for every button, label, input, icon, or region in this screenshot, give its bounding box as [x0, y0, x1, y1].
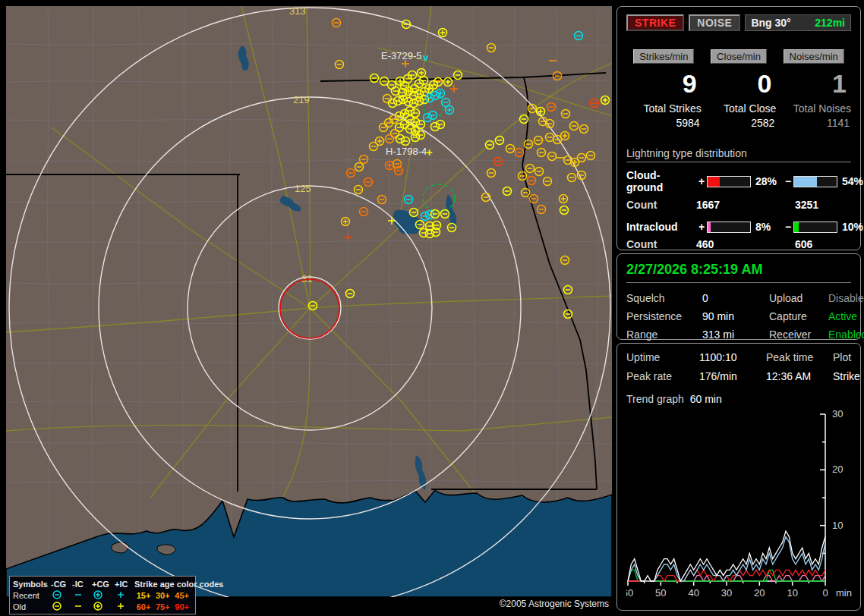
total-strikes-value: 5984: [676, 117, 702, 129]
squelch-label: Squelch: [626, 292, 702, 304]
trend-panel: Uptime 1100:10 Peak time Plot Peak rate …: [616, 343, 861, 611]
noises-column: Noises/min 1 Total Noises 1141: [776, 49, 851, 129]
trend-chart: 1020306050403020100min: [626, 408, 853, 604]
range-label: Range: [626, 328, 702, 341]
squelch-value: 0: [702, 292, 769, 304]
intracloud-label: Intracloud: [626, 221, 696, 233]
strikes-per-min-chip: Strikes/min: [633, 49, 694, 64]
bearing-distance: 212mi: [815, 17, 845, 29]
svg-text:60: 60: [626, 587, 633, 599]
legend-col-pic: +IC: [115, 580, 134, 589]
cg-plus-sign: +: [696, 175, 707, 187]
svg-text:0: 0: [822, 587, 828, 599]
uptime-label: Uptime: [626, 351, 699, 363]
svg-text:20: 20: [754, 587, 765, 599]
close-per-min-chip: Close/min: [711, 49, 767, 64]
strikes-column: Strikes/min 9 Total Strikes 5984: [626, 49, 702, 129]
legend-col-nic: -IC: [72, 580, 92, 589]
cg-plus-count: 1667: [696, 199, 795, 211]
total-strikes-label: Total Strikes: [643, 102, 701, 115]
cg-minus-sign: −: [783, 175, 793, 187]
total-noises-value: 1141: [827, 117, 851, 129]
status-panel: 2/27/2026 8:25:19 AM Squelch 0 Upload Di…: [616, 253, 861, 340]
svg-text:40: 40: [688, 587, 698, 599]
peak-time-label: Peak time: [766, 351, 833, 363]
cg-count-label: Count: [626, 199, 696, 211]
strikes-per-min-value: 9: [683, 70, 697, 98]
ring-label-313: 313: [289, 6, 306, 17]
cg-plus-bar: [707, 176, 751, 187]
ic-minus-pct: 10%: [837, 221, 864, 233]
noise-button[interactable]: NOISE: [689, 14, 740, 31]
noises-per-min-value: 1: [832, 70, 847, 98]
ic-plus-bar: [707, 222, 751, 233]
svg-text:min: min: [836, 587, 852, 599]
peak-rate-label: Peak rate: [626, 370, 699, 382]
peak-rate-value: 176/min: [699, 370, 766, 382]
ic-count-label: Count: [626, 238, 696, 250]
datetime-display: 2/27/2026 8:25:19 AM: [626, 262, 851, 283]
copyright: ©2005 Astrogenic Systems: [6, 599, 609, 609]
trend-graph-label: Trend graph: [626, 393, 684, 405]
ic-minus-sign: −: [783, 221, 793, 233]
total-close-value: 2582: [751, 117, 776, 129]
total-close-label: Total Close: [724, 102, 776, 115]
bearing-readout: Bng 30° 212mi: [745, 14, 851, 31]
svg-text:10: 10: [787, 587, 797, 599]
svg-text:20: 20: [832, 464, 843, 475]
cg-minus-bar: [793, 176, 837, 187]
ic-plus-pct: 8%: [751, 221, 783, 233]
upload-status: Disabled: [828, 292, 864, 304]
bearing-label: Bng 30°: [751, 17, 790, 29]
legend-symbols-header: Symbols: [13, 580, 51, 589]
upload-label: Upload: [769, 292, 828, 304]
ic-minus-count: 606: [795, 238, 851, 250]
legend-col-pcg: +CG: [92, 580, 115, 589]
distribution-title: Lightning type distribution: [626, 147, 851, 162]
svg-text:50: 50: [655, 587, 666, 599]
plot-value: Strike: [833, 370, 860, 382]
total-noises-label: Total Noises: [793, 102, 851, 115]
persistence-label: Persistence: [626, 310, 702, 322]
capture-label: Capture: [769, 310, 828, 322]
receiver-status: Enabled: [828, 328, 864, 341]
svg-text:10: 10: [832, 520, 843, 531]
peak-time-value: 12:36 AM: [766, 370, 833, 382]
ring-label-219: 219: [293, 94, 310, 105]
close-per-min-value: 0: [757, 70, 771, 98]
strike-button[interactable]: STRIKE: [626, 14, 684, 31]
cell-label-h1798-marker-icon: +: [426, 146, 433, 159]
persistence-value: 90 min: [702, 310, 769, 322]
receiver-label: Receiver: [769, 328, 828, 341]
ic-plus-sign: +: [696, 221, 707, 233]
cg-minus-count: 3251: [795, 199, 851, 211]
stats-panel: STRIKE NOISE Bng 30° 212mi Strikes/min 9…: [616, 6, 861, 250]
cg-plus-pct: 28%: [751, 175, 783, 187]
cloud-ground-label: Cloud-ground: [626, 169, 696, 193]
lightning-distribution: Lightning type distribution Cloud-ground…: [626, 147, 851, 250]
range-value: 313 mi: [702, 328, 769, 341]
capture-status: Active: [828, 310, 864, 322]
close-column: Close/min 0 Total Close 2582: [702, 49, 777, 129]
svg-text:30: 30: [832, 408, 843, 420]
ic-minus-bar: [793, 222, 837, 233]
cell-label-e3729-marker-icon: v: [423, 52, 429, 63]
legend-col-ncg: -CG: [51, 580, 72, 589]
uptime-value: 1100:10: [699, 351, 766, 363]
trend-graph-value: 60 min: [690, 393, 722, 405]
lightning-map[interactable]: 313 219 125 31 E-3729-5 v H-1798-4 +: [6, 6, 612, 597]
legend-age-title: Strike age color codes: [134, 580, 192, 589]
cg-minus-pct: 54%: [837, 175, 864, 187]
cell-label-h1798: H-1798-4: [386, 146, 427, 157]
ic-plus-count: 460: [696, 238, 795, 250]
plot-label: Plot: [833, 351, 860, 363]
noises-per-min-chip: Noises/min: [784, 49, 844, 64]
svg-text:30: 30: [721, 587, 732, 599]
ring-label-125: 125: [295, 183, 311, 194]
cell-label-e3729: E-3729-5: [381, 50, 421, 61]
